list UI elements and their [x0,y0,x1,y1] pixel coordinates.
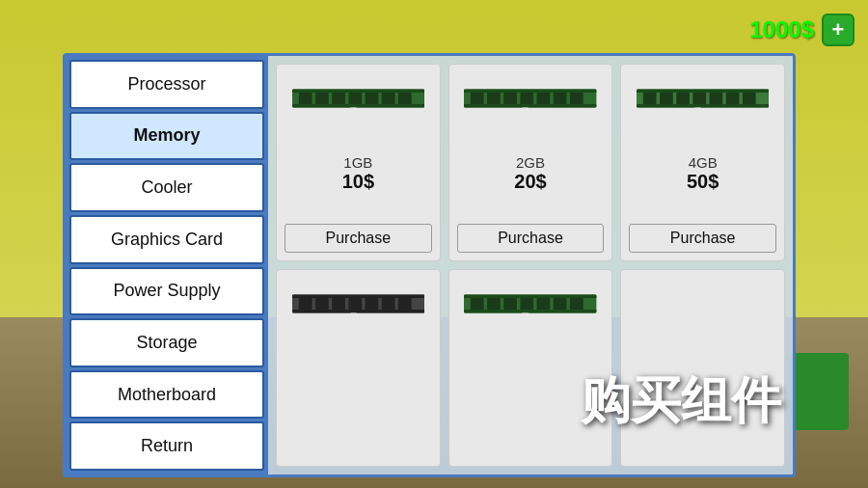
svg-rect-30 [726,93,740,104]
svg-rect-12 [464,90,596,93]
product-size-4gb: 4GB [687,154,719,171]
purchase-button-4gb[interactable]: Purchase [629,224,776,253]
svg-rect-46 [464,310,596,312]
svg-rect-54 [522,312,529,319]
ram-image-16gb [464,285,596,324]
product-card-32gb [620,269,785,467]
currency-plus-button[interactable]: + [822,14,854,46]
product-card-8gb [276,269,441,467]
svg-rect-43 [350,312,357,319]
product-price-1gb: 10$ [342,171,374,193]
svg-rect-31 [743,93,756,104]
svg-rect-26 [660,93,673,104]
sidebar-item-processor[interactable]: Processor [69,60,264,109]
svg-rect-45 [464,295,596,298]
svg-rect-51 [537,298,551,310]
svg-rect-5 [332,93,345,104]
svg-rect-27 [676,93,690,104]
svg-rect-8 [381,93,394,104]
svg-rect-21 [522,107,529,114]
svg-rect-25 [643,93,657,104]
sidebar-item-return[interactable]: Return [69,421,264,471]
svg-rect-14 [471,93,484,104]
svg-rect-3 [298,93,312,104]
sidebar: Processor Memory Cooler Graphics Card Po… [66,56,268,474]
ram-image-2gb [464,80,596,119]
svg-rect-42 [398,298,412,310]
svg-rect-48 [487,298,501,310]
plus-icon: + [832,19,845,41]
svg-rect-47 [471,298,484,310]
ram-image-8gb [292,285,424,324]
main-panel: Processor Memory Cooler Graphics Card Po… [63,53,796,477]
sidebar-item-power-supply[interactable]: Power Supply [69,267,264,316]
svg-rect-9 [398,93,412,104]
svg-rect-7 [365,93,378,104]
product-info-1gb: 1GB 10$ [342,154,374,193]
svg-rect-4 [315,93,329,104]
svg-rect-20 [570,93,583,104]
currency-bar: 1000$ + [749,14,854,46]
purchase-button-1gb[interactable]: Purchase [285,224,432,253]
product-size-2gb: 2GB [514,154,546,171]
sidebar-item-graphics-card[interactable]: Graphics Card [69,215,264,264]
svg-rect-18 [537,93,551,104]
svg-rect-34 [292,295,424,298]
svg-rect-15 [487,93,501,104]
product-price-4gb: 50$ [687,171,719,193]
svg-rect-35 [292,310,424,312]
product-info-2gb: 2GB 20$ [514,154,546,193]
svg-rect-36 [298,298,312,310]
svg-rect-32 [694,107,701,114]
ram-image-1gb [292,80,424,119]
svg-rect-50 [521,298,534,310]
svg-rect-23 [637,90,769,93]
sidebar-item-storage[interactable]: Storage [69,318,264,367]
sidebar-item-cooler[interactable]: Cooler [69,163,264,212]
svg-rect-13 [464,104,596,107]
product-info-4gb: 4GB 50$ [687,154,719,193]
svg-rect-6 [348,93,362,104]
svg-rect-19 [554,93,567,104]
svg-rect-28 [692,93,706,104]
svg-rect-17 [521,93,534,104]
svg-rect-29 [710,93,723,104]
content-area: 1GB 10$ Purchase [268,56,793,474]
svg-rect-24 [637,104,769,107]
sidebar-item-motherboard[interactable]: Motherboard [69,370,264,420]
svg-rect-37 [315,298,329,310]
purchase-button-2gb[interactable]: Purchase [457,224,605,253]
product-card-1gb: 1GB 10$ Purchase [276,64,441,261]
svg-rect-40 [365,298,378,310]
svg-rect-38 [332,298,345,310]
currency-amount: 1000$ [749,16,814,43]
svg-rect-2 [292,104,424,107]
green-box [791,353,849,430]
svg-rect-49 [504,298,518,310]
svg-rect-16 [504,93,518,104]
product-price-2gb: 20$ [514,171,546,193]
product-size-1gb: 1GB [342,154,374,171]
product-card-4gb: 4GB 50$ Purchase [620,64,785,261]
svg-rect-53 [570,298,583,310]
sidebar-item-memory[interactable]: Memory [69,112,264,161]
svg-rect-52 [554,298,567,310]
svg-rect-1 [292,90,424,93]
product-card-16gb [448,269,613,467]
ram-image-4gb [637,80,769,119]
svg-rect-10 [350,107,357,114]
product-card-2gb: 2GB 20$ Purchase [448,64,613,261]
svg-rect-39 [348,298,362,310]
svg-rect-41 [381,298,394,310]
